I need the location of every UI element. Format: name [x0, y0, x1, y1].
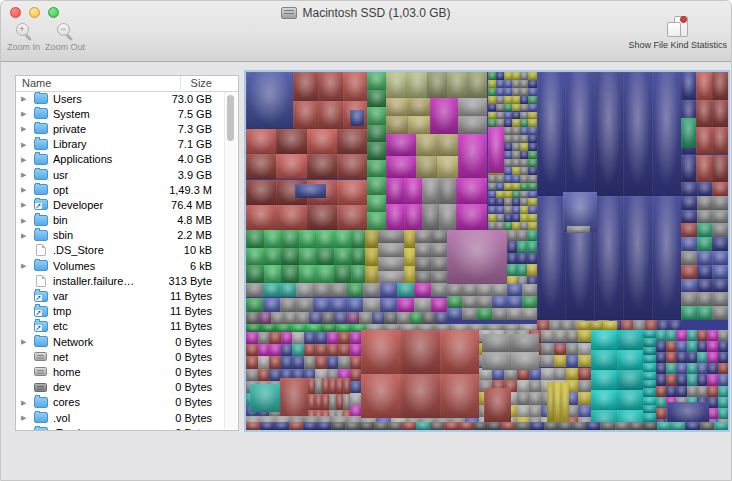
- treemap-block[interactable]: [258, 344, 270, 356]
- treemap-block[interactable]: [512, 222, 520, 230]
- treemap-block[interactable]: [504, 206, 512, 214]
- treemap-block[interactable]: [707, 363, 717, 374]
- treemap-block[interactable]: [512, 135, 520, 143]
- treemap-block[interactable]: [447, 308, 462, 320]
- treemap-block[interactable]: [687, 363, 697, 374]
- treemap-block[interactable]: [623, 72, 652, 196]
- treemap-block[interactable]: [512, 159, 520, 167]
- treemap-block[interactable]: [306, 324, 321, 332]
- treemap-block[interactable]: [315, 394, 322, 410]
- treemap-block[interactable]: [246, 422, 260, 430]
- treemap-block[interactable]: [440, 374, 479, 418]
- treemap-block[interactable]: [512, 151, 520, 159]
- treemap-block[interactable]: [359, 422, 373, 430]
- treemap-block[interactable]: [697, 306, 713, 320]
- treemap-block[interactable]: [378, 271, 404, 285]
- treemap-block[interactable]: [712, 72, 728, 100]
- treemap-block[interactable]: [414, 283, 431, 297]
- treemap-block[interactable]: [697, 386, 707, 397]
- treemap-block[interactable]: [522, 284, 537, 296]
- treemap-block[interactable]: [250, 384, 280, 412]
- treemap-block[interactable]: [696, 155, 712, 183]
- treemap-block[interactable]: [477, 296, 492, 308]
- treemap-block[interactable]: [707, 386, 717, 397]
- treemap-block[interactable]: [458, 134, 487, 178]
- treemap-block[interactable]: [431, 243, 447, 257]
- list-item[interactable]: ▶cores0 Bytes: [16, 395, 238, 410]
- treemap-block[interactable]: [430, 422, 444, 430]
- treemap-block[interactable]: [507, 296, 522, 308]
- treemap-block[interactable]: [322, 378, 329, 394]
- treemap-block[interactable]: [386, 178, 404, 204]
- treemap-block[interactable]: [415, 257, 431, 271]
- treemap-block[interactable]: [643, 405, 656, 413]
- list-item[interactable]: ▶System7.5 GB: [16, 106, 238, 121]
- treemap-block[interactable]: [447, 230, 506, 284]
- treemap-block[interactable]: [520, 127, 528, 135]
- treemap-block[interactable]: [246, 265, 264, 283]
- treemap-block[interactable]: [520, 214, 528, 222]
- treemap-block[interactable]: [591, 350, 617, 370]
- treemap-block[interactable]: [322, 312, 335, 324]
- treemap-block[interactable]: [643, 338, 656, 346]
- treemap-block[interactable]: [712, 306, 728, 320]
- treemap-block[interactable]: [415, 271, 431, 285]
- treemap-block[interactable]: [696, 127, 712, 155]
- treemap-block[interactable]: [338, 332, 350, 344]
- treemap-block[interactable]: [378, 257, 404, 271]
- treemap-block[interactable]: [276, 205, 306, 230]
- treemap-block[interactable]: [473, 422, 487, 430]
- zoom-out-button[interactable]: − Zoom Out: [45, 22, 85, 52]
- treemap-block[interactable]: [350, 369, 362, 381]
- treemap-block[interactable]: [554, 382, 561, 424]
- treemap-block[interactable]: [666, 352, 676, 363]
- treemap-block[interactable]: [447, 296, 462, 308]
- treemap-block[interactable]: [656, 330, 666, 341]
- treemap-block[interactable]: [496, 222, 504, 230]
- treemap-block[interactable]: [427, 72, 447, 98]
- treemap-block[interactable]: [512, 119, 520, 127]
- treemap-block[interactable]: [512, 175, 520, 183]
- treemap-block[interactable]: [462, 284, 477, 296]
- disclosure-triangle-icon[interactable]: ▶: [16, 217, 34, 224]
- treemap-block[interactable]: [578, 343, 590, 356]
- disclosure-triangle-icon[interactable]: ▶: [16, 429, 34, 430]
- treemap-block[interactable]: [676, 386, 686, 397]
- treemap-block[interactable]: [488, 206, 496, 214]
- treemap-block[interactable]: [327, 356, 339, 368]
- disclosure-triangle-icon[interactable]: ▶: [16, 110, 34, 117]
- treemap-block[interactable]: [515, 422, 529, 430]
- treemap-block[interactable]: [269, 344, 281, 356]
- treemap-block[interactable]: [380, 298, 397, 312]
- treemap-block[interactable]: [507, 241, 517, 252]
- treemap-block[interactable]: [578, 380, 590, 393]
- treemap-block[interactable]: [384, 312, 397, 324]
- treemap-block[interactable]: [496, 198, 504, 206]
- list-item[interactable]: ▶Library7.1 GB: [16, 137, 238, 152]
- treemap-block[interactable]: [517, 264, 527, 275]
- treemap-block[interactable]: [565, 72, 594, 196]
- treemap-block[interactable]: [572, 422, 586, 430]
- treemap-block[interactable]: [378, 230, 404, 244]
- treemap-block[interactable]: [547, 382, 554, 424]
- treemap-block[interactable]: [520, 119, 528, 127]
- treemap-block[interactable]: [504, 88, 512, 96]
- treemap-block[interactable]: [718, 386, 728, 397]
- treemap-block[interactable]: [504, 214, 512, 222]
- treemap-block[interactable]: [712, 210, 728, 224]
- treemap-block[interactable]: [707, 352, 717, 363]
- treemap-block[interactable]: [274, 422, 288, 430]
- treemap-block[interactable]: [629, 422, 643, 430]
- treemap-block[interactable]: [276, 129, 306, 154]
- treemap-block[interactable]: [350, 332, 362, 344]
- treemap-block[interactable]: [511, 352, 539, 370]
- treemap-block[interactable]: [292, 356, 304, 368]
- disclosure-triangle-icon[interactable]: ▶: [16, 186, 34, 193]
- treemap-block[interactable]: [681, 251, 697, 265]
- treemap-block[interactable]: [504, 119, 512, 127]
- treemap-block[interactable]: [281, 344, 293, 356]
- list-item[interactable]: ▶var11 Bytes: [16, 288, 238, 303]
- treemap-block[interactable]: [520, 96, 528, 104]
- treemap-block[interactable]: [246, 369, 258, 381]
- zoom-window-button[interactable]: [48, 7, 59, 18]
